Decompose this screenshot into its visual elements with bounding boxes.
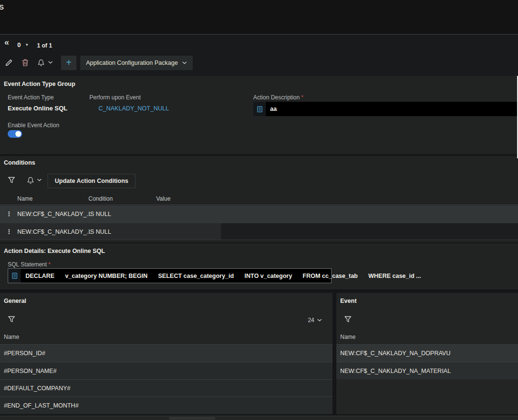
pagination-range: 1 of 1: [37, 42, 52, 49]
notes-icon: [253, 102, 266, 116]
sql-segment: FROM cc_case_tab: [303, 273, 358, 279]
action-details-panel: Action Details: Execute Online SQL SQL S…: [0, 243, 518, 289]
package-dropdown-label: Application Configuration Package: [86, 60, 178, 66]
trash-icon: [22, 59, 29, 67]
table-row[interactable]: ⋮ NEW:CF$_C_NAKLADY_... IS NULL: [0, 223, 518, 240]
column-header-name[interactable]: Name: [4, 334, 19, 340]
event-action-type-value: Execute Online SQL: [8, 105, 67, 112]
panel-title: Event: [340, 298, 357, 304]
condition-operator-cell: IS NULL: [88, 205, 111, 223]
app-header: S: [0, 0, 518, 35]
action-description-input[interactable]: aa: [253, 102, 518, 116]
bell-icon: [37, 59, 45, 67]
event-action-type-group-panel: Event Action Type Group Event Action Typ…: [0, 76, 518, 154]
required-marker: *: [301, 94, 304, 101]
screen: S « 0 ▼ 1 of 1 + Application Configurati…: [0, 0, 518, 420]
sql-segment: v_category NUMBER; BEGIN: [65, 273, 148, 279]
sql-segment: DECLARE: [25, 273, 54, 279]
general-panel: General 24 Name #PERSON_ID# #PERSON_NAME…: [0, 293, 333, 414]
column-header-name[interactable]: Name: [340, 334, 356, 340]
sql-segment: INTO v_category: [245, 273, 292, 279]
filter-icon[interactable]: [8, 176, 15, 184]
chevron-down-icon: [317, 319, 322, 322]
table-row[interactable]: ⋮ NEW:CF$_C_NAKLADY_... IS NULL: [0, 205, 518, 223]
toolbar-area: « 0 ▼ 1 of 1 + Application Configuration…: [0, 35, 518, 76]
list-item[interactable]: NEW:CF$_C_NAKLADY_NA_DOPRAVU: [336, 345, 518, 362]
required-marker: *: [49, 261, 51, 268]
list-item[interactable]: #PERSON_NAME#: [0, 362, 333, 379]
subscribe-chevron-down-icon[interactable]: [48, 61, 53, 64]
event-action-type-label: Event Action Type: [8, 94, 54, 101]
list-item[interactable]: #END_OF_LAST_MONTH#: [0, 396, 333, 414]
add-button[interactable]: +: [61, 56, 76, 70]
package-dropdown-button[interactable]: Application Configuration Package: [80, 56, 193, 70]
chevron-down-icon: [182, 61, 187, 64]
panel-title: Event Action Type Group: [4, 81, 75, 87]
condition-name-cell: NEW:CF$_C_NAKLADY_...: [17, 205, 92, 223]
perform-upon-event-label: Perform upon Event: [89, 94, 141, 101]
event-panel: Event Name NEW:CF$_C_NAKLADY_NA_DOPRAVU …: [336, 293, 518, 414]
filter-icon[interactable]: [8, 315, 15, 323]
sql-statement-label: SQL Statement*: [8, 261, 50, 268]
update-action-conditions-button[interactable]: Update Action Conditions: [48, 174, 136, 188]
panel-title: General: [4, 298, 26, 304]
list-item[interactable]: #PERSON_ID#: [0, 345, 333, 362]
panel-title: Conditions: [4, 159, 35, 166]
count-caret-icon[interactable]: ▼: [25, 43, 29, 47]
action-description-value: aa: [266, 106, 277, 112]
panel-title: Action Details: Execute Online SQL: [4, 248, 105, 254]
condition-name-cell: NEW:CF$_C_NAKLADY_...: [17, 223, 92, 240]
chevron-down-icon[interactable]: [37, 179, 42, 181]
perform-upon-event-link[interactable]: C_NAKLADY_NOT_NULL: [99, 105, 169, 112]
record-count-select[interactable]: 0: [17, 41, 21, 48]
rows-per-page-value: 24: [308, 317, 314, 324]
conditions-panel: Conditions Update Action Conditions Name…: [0, 156, 518, 242]
enable-event-action-toggle[interactable]: [8, 130, 22, 138]
sql-segment: SELECT case_category_id: [158, 273, 234, 279]
row-menu-icon[interactable]: ⋮: [5, 223, 13, 240]
horizontal-scrollbar[interactable]: [0, 416, 518, 420]
column-header-condition[interactable]: Condition: [88, 195, 113, 202]
list-item[interactable]: #DEFAULT_COMPANY#: [0, 379, 333, 396]
column-header-value[interactable]: Value: [156, 195, 171, 202]
sql-statement-input[interactable]: DECLARE v_category NUMBER; BEGIN SELECT …: [8, 268, 332, 283]
bell-icon[interactable]: [27, 176, 34, 184]
row-menu-icon[interactable]: ⋮: [5, 205, 13, 223]
list-item[interactable]: NEW:CF$_C_NAKLADY_NA_MATERIAL: [336, 362, 518, 379]
filter-icon[interactable]: [344, 315, 352, 323]
enable-event-action-label: Enable Event Action: [8, 122, 59, 129]
action-description-label: Action Description*: [253, 94, 303, 101]
condition-operator-cell: IS NULL: [88, 223, 111, 240]
page-title-partial: S: [0, 3, 4, 11]
conditions-grid-header: Name Condition Value: [0, 192, 518, 205]
notes-icon: [8, 269, 21, 283]
collapse-panel-icon[interactable]: «: [4, 37, 9, 48]
subscribe-button[interactable]: [37, 59, 45, 67]
rows-per-page-select[interactable]: 24: [308, 317, 322, 324]
scrollbar-thumb[interactable]: [169, 417, 215, 420]
sql-segment: WHERE case_id ...: [368, 273, 421, 279]
delete-button[interactable]: [22, 59, 29, 67]
column-header-name[interactable]: Name: [17, 195, 33, 202]
edit-button[interactable]: [5, 59, 13, 67]
pencil-icon: [5, 59, 13, 67]
